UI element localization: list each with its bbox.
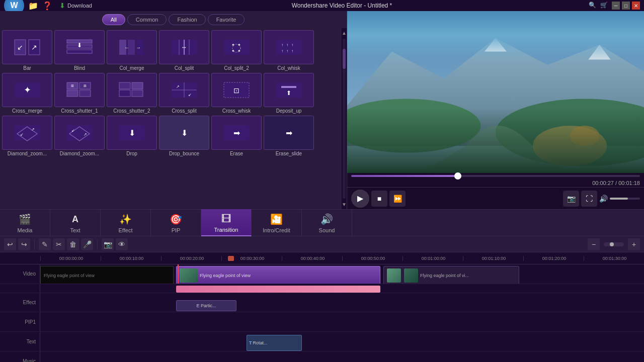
transition-cross-whisk[interactable]: ⊡ Cross_whisk bbox=[211, 73, 262, 114]
transition-cross-split-thumb[interactable]: ↗ ↙ bbox=[159, 73, 209, 107]
seek-bar[interactable] bbox=[351, 175, 640, 177]
delete-button[interactable]: 🗑 bbox=[67, 238, 79, 250]
transition-cross-merge[interactable]: ✦ Cross_merge bbox=[2, 73, 52, 114]
transition-erase-thumb[interactable]: ➡ bbox=[211, 116, 262, 150]
transition-deposit-up[interactable]: ⬆ Deposit_up bbox=[264, 73, 314, 114]
transition-deposit-up-thumb[interactable]: ⬆ bbox=[264, 73, 314, 107]
minimize-button[interactable]: ─ bbox=[612, 2, 620, 10]
text-rotat-clip[interactable]: T Rotat... bbox=[247, 335, 302, 351]
transition-drop[interactable]: ⬇ Drop bbox=[107, 116, 157, 156]
window-search-icon[interactable]: 🔍 bbox=[589, 2, 596, 10]
scroll-thumb[interactable] bbox=[343, 49, 346, 69]
svg-rect-6 bbox=[67, 50, 92, 53]
transition-blind-thumb[interactable]: ⬇ bbox=[54, 30, 105, 64]
filter-tab-common[interactable]: Common bbox=[127, 14, 167, 25]
transition-erase-slide[interactable]: ➡ Erase_slide bbox=[264, 116, 314, 156]
effect-partic-clip[interactable]: E Partic... bbox=[176, 300, 236, 311]
transition-erase-slide-thumb[interactable]: ➡ bbox=[264, 116, 314, 150]
transition-blind[interactable]: ⬇ Blind bbox=[54, 30, 105, 71]
transition-bar[interactable]: ↙ ↗ Bar bbox=[2, 30, 52, 71]
track-text-content[interactable]: T Rotat... bbox=[40, 332, 644, 351]
menu-icon-help[interactable]: ❓ bbox=[42, 1, 52, 11]
transition-cross-whisk-thumb[interactable]: ⊡ bbox=[211, 73, 262, 107]
effect-icon: ✨ bbox=[119, 212, 133, 226]
zoom-slider[interactable] bbox=[604, 242, 624, 246]
transition-cross-merge-thumb[interactable]: ✦ bbox=[2, 73, 52, 107]
svg-rect-34 bbox=[67, 90, 78, 97]
transition-cross-shutter1[interactable]: ⊞ ⊞ Cross_shutter_1 bbox=[54, 73, 105, 114]
transition-diamond-zoom2-thumb[interactable]: ↗ ↙ bbox=[54, 116, 105, 150]
transition-drop-thumb[interactable]: ⬇ bbox=[107, 116, 157, 150]
track-effect-content[interactable]: E Partic... bbox=[40, 293, 644, 312]
transition-col-merge-thumb[interactable]: ← → bbox=[107, 30, 157, 64]
tab-media[interactable]: 🎬 Media bbox=[0, 209, 50, 236]
menu-icon-file[interactable]: 📁 bbox=[28, 1, 38, 11]
fullscreen-button[interactable]: ⛶ bbox=[581, 191, 597, 207]
track-effect: Effect E Partic... bbox=[0, 293, 644, 313]
snapshot-tl-button[interactable]: 📷 bbox=[102, 238, 114, 250]
filter-tab-favorite[interactable]: Favorite bbox=[208, 14, 245, 25]
video-clip-main[interactable]: Flying eagle point of view bbox=[176, 266, 380, 284]
transition-cross-shutter2[interactable]: Cross_shutter_2 bbox=[107, 73, 157, 114]
transition-drop-bounce[interactable]: ⬇ Drop_bounce bbox=[159, 116, 209, 156]
transition-col-merge[interactable]: ← → Col_merge bbox=[107, 30, 157, 71]
tab-pip[interactable]: 🎯 PIP bbox=[151, 209, 201, 236]
transition-drop-bounce-thumb[interactable]: ⬇ bbox=[159, 116, 209, 150]
maximize-button[interactable]: □ bbox=[622, 2, 630, 10]
filter-tab-all[interactable]: All bbox=[102, 14, 125, 25]
tab-transition[interactable]: 🎞 Transition bbox=[201, 209, 252, 236]
effect-pink-bar[interactable] bbox=[176, 286, 380, 293]
ruler-100: 00:01:00:00 bbox=[403, 256, 463, 261]
seek-handle[interactable] bbox=[454, 172, 461, 179]
settings-tl-button[interactable]: 👁 bbox=[116, 238, 128, 250]
window-icon1[interactable]: 🛒 bbox=[600, 2, 608, 10]
transition-col-split2-thumb[interactable]: ✦ ✦ ✦ ✦ bbox=[211, 30, 262, 64]
transition-cross-shutter1-thumb[interactable]: ⊞ ⊞ bbox=[54, 73, 105, 107]
tab-intro-credit[interactable]: 🎦 Intro/Credit bbox=[252, 209, 302, 236]
transition-col-split-thumb[interactable]: ↔ bbox=[159, 30, 209, 64]
video-clip-black[interactable]: Flying eagle point of view bbox=[40, 266, 174, 284]
track-pip1-content[interactable] bbox=[40, 312, 644, 331]
track-music-content[interactable] bbox=[40, 351, 644, 362]
svg-text:✦: ✦ bbox=[231, 49, 235, 53]
download-button[interactable]: ⬇ Download bbox=[56, 1, 95, 11]
edit-button[interactable]: ✎ bbox=[39, 238, 51, 250]
svg-text:✦: ✦ bbox=[237, 49, 241, 53]
tab-effect[interactable]: ✨ Effect bbox=[101, 209, 151, 236]
zoom-handle[interactable] bbox=[610, 242, 614, 246]
record-button[interactable]: 🎤 bbox=[81, 238, 93, 250]
transition-cross-split-label: Cross_split bbox=[172, 108, 196, 114]
transition-col-split[interactable]: ↔ Col_split bbox=[159, 30, 209, 71]
transition-bar-thumb[interactable]: ↙ ↗ bbox=[2, 30, 52, 64]
transition-diamond-zoom1-thumb[interactable]: ↙ ↗ bbox=[2, 116, 52, 150]
transitions-scrollbar[interactable]: ▲ ▼ bbox=[342, 28, 347, 209]
skip-forward-button[interactable]: ⏩ bbox=[389, 191, 406, 207]
track-music-label: Music bbox=[0, 351, 40, 362]
close-button[interactable]: ✕ bbox=[632, 2, 640, 10]
transition-col-whisk[interactable]: ↑ ↑ ↑ ↑ ↑ ↑ Col_whisk bbox=[264, 30, 314, 71]
filter-tab-fashion[interactable]: Fashion bbox=[169, 14, 205, 25]
transition-col-split2[interactable]: ✦ ✦ ✦ ✦ Col_split_2 bbox=[211, 30, 262, 71]
stop-button[interactable]: ■ bbox=[371, 191, 387, 207]
transition-diamond-zoom2[interactable]: ↗ ↙ Diamond_zoom... bbox=[54, 116, 105, 156]
transition-diamond-zoom1[interactable]: ↙ ↗ Diamond_zoom... bbox=[2, 116, 52, 156]
cut-button[interactable]: ✂ bbox=[53, 238, 65, 250]
tab-text[interactable]: A Text bbox=[50, 209, 101, 236]
ruler-120: 00:01:20:00 bbox=[523, 256, 584, 261]
play-button[interactable]: ▶ bbox=[351, 190, 369, 208]
transition-cross-shutter2-thumb[interactable] bbox=[107, 73, 157, 107]
track-video-content[interactable]: Flying eagle point of view Flying eagle … bbox=[40, 264, 644, 284]
video-clip-main-thumb bbox=[180, 268, 198, 283]
tab-sound[interactable]: 🔊 Sound bbox=[302, 209, 352, 236]
undo-button[interactable]: ↩ bbox=[4, 238, 16, 250]
volume-slider[interactable] bbox=[610, 198, 640, 200]
redo-button[interactable]: ↪ bbox=[18, 238, 30, 250]
video-clip-third-label: Flying eagle point of vi... bbox=[420, 273, 469, 278]
transition-cross-split[interactable]: ↗ ↙ Cross_split bbox=[159, 73, 209, 114]
video-clip-third[interactable]: Flying eagle point of vi... bbox=[383, 266, 519, 284]
transition-erase[interactable]: ➡ Erase bbox=[211, 116, 262, 156]
zoom-in-button[interactable]: + bbox=[628, 238, 640, 250]
zoom-out-button[interactable]: − bbox=[588, 238, 600, 250]
snapshot-button[interactable]: 📷 bbox=[563, 191, 579, 207]
transition-col-whisk-thumb[interactable]: ↑ ↑ ↑ ↑ ↑ ↑ bbox=[264, 30, 314, 64]
